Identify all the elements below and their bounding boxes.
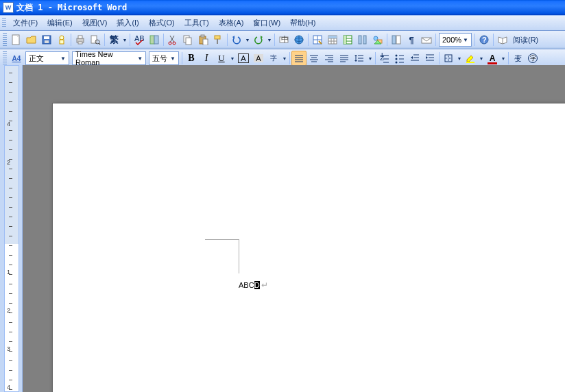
separator [274,34,275,46]
menubar-handle[interactable] [2,18,6,28]
show-marks-button[interactable]: ¶ [404,32,419,47]
char-border-button[interactable]: A [236,51,251,66]
format-painter-button[interactable] [211,32,226,47]
char-shading-button[interactable]: A [251,51,266,66]
align-justify-both-button[interactable] [291,51,306,66]
align-right-button[interactable] [322,51,337,66]
menu-table[interactable]: 表格(A) [214,16,249,30]
undo-dropdown[interactable]: ▼ [244,32,251,47]
menu-insert[interactable]: 插入(I) [112,16,143,30]
zoom-combo[interactable]: 200%▼ [439,33,472,47]
font-size-combo[interactable]: 五号▼ [149,51,179,65]
doc-map-button[interactable] [389,32,404,47]
save-button[interactable] [39,32,54,47]
bullets-button[interactable] [392,51,407,66]
insert-worksheet-button[interactable] [340,32,355,47]
align-distributed-button[interactable] [337,51,352,66]
bold-button[interactable]: B [184,51,199,66]
character-scaling-button[interactable]: 字 [266,51,281,66]
toolbar-handle[interactable] [3,33,7,47]
spellcheck-button[interactable]: ABC [132,32,147,47]
print-button[interactable] [73,32,88,47]
menu-view[interactable]: 视图(V) [77,16,112,30]
svg-rect-5 [60,40,64,44]
svg-rect-8 [78,42,82,44]
ime-button[interactable]: 中 [276,32,291,47]
open-button[interactable] [24,32,39,47]
separator [387,34,387,46]
research-button[interactable] [147,32,162,47]
svg-rect-37 [328,36,337,38]
font-combo[interactable]: Times New Roman▼ [72,51,146,65]
help-button[interactable]: ? [477,32,492,47]
char-scaling-dropdown[interactable]: ▼ [281,51,288,66]
toolbar-handle[interactable] [3,51,7,65]
separator [182,52,182,64]
ruler-margin-top [5,66,19,244]
underline-button[interactable]: U [214,51,229,66]
styles-pane-button[interactable]: A4 [9,51,24,66]
hyperlink-button[interactable] [291,32,306,47]
page[interactable]: ABCD↵ [52,103,565,392]
text-unselected[interactable]: ABC [239,281,254,289]
read-icon[interactable] [495,32,510,47]
style-value: 正文 [29,53,44,64]
document-text[interactable]: ABCD↵ [239,280,268,290]
paste-button[interactable] [195,32,211,47]
font-color-dropdown[interactable]: ▼ [500,51,507,66]
chevron-down-icon: ▼ [136,56,144,62]
print-preview-button[interactable] [88,32,103,47]
phonetic-guide-button[interactable]: 变 [510,51,525,66]
copy-button[interactable] [180,32,195,47]
chevron-down-icon: ▼ [59,56,67,62]
cut-button[interactable] [165,32,180,47]
menu-edit[interactable]: 编辑(E) [43,16,77,30]
underline-dropdown[interactable]: ▼ [229,51,236,66]
align-center-button[interactable] [306,51,322,66]
vertical-ruler[interactable]: 4212345 [4,65,19,392]
separator [474,34,475,46]
menu-format[interactable]: 格式(O) [144,16,180,30]
new-button[interactable] [9,32,24,47]
svg-rect-18 [186,38,191,45]
menu-window[interactable]: 窗口(W) [248,16,285,30]
permission-button[interactable] [54,32,69,47]
decrease-indent-button[interactable] [407,51,422,66]
highlight-button[interactable] [463,51,478,66]
envelope-button[interactable] [419,32,434,47]
standard-toolbar: 繁 ▼ ABC ▼ ▼ 中 ¶ 200%▼ ? 阅读(R) [0,31,565,49]
font-color-button[interactable]: A [485,51,500,66]
highlight-dropdown[interactable]: ▼ [478,51,485,66]
borders-button[interactable] [441,51,456,66]
enclose-char-button[interactable]: 字 [525,51,540,66]
svg-text:ABC: ABC [134,34,145,42]
insert-table-button[interactable] [325,32,340,47]
separator [375,52,376,64]
numbering-button[interactable]: 12 [377,51,392,66]
line-spacing-button[interactable] [352,51,367,66]
svg-point-80 [396,62,398,64]
menu-bar: 文件(F) 编辑(E) 视图(V) 插入(I) 格式(O) 工具(T) 表格(A… [0,15,565,31]
columns-button[interactable] [355,32,370,47]
line-spacing-dropdown[interactable]: ▼ [367,51,374,66]
svg-rect-23 [217,39,218,44]
tc-convert-button[interactable]: 繁 [106,32,121,47]
text-selected[interactable]: D [254,281,260,289]
drawing-button[interactable] [370,32,385,47]
read-button[interactable]: 阅读(R) [510,35,541,45]
menu-tools[interactable]: 工具(T) [180,16,214,30]
tc-dropdown[interactable]: ▼ [121,32,128,47]
word-app-icon: W [3,2,14,13]
menu-file[interactable]: 文件(F) [8,16,43,30]
redo-button[interactable] [251,32,266,47]
redo-dropdown[interactable]: ▼ [266,32,273,47]
document-viewport[interactable]: ABCD↵ [23,65,565,392]
zoom-value: 200% [442,36,461,44]
italic-button[interactable]: I [199,51,214,66]
undo-button[interactable] [229,32,244,47]
borders-dropdown[interactable]: ▼ [456,51,463,66]
tables-borders-button[interactable] [310,32,325,47]
increase-indent-button[interactable] [422,51,437,66]
menu-help[interactable]: 帮助(H) [285,16,320,30]
style-combo[interactable]: 正文▼ [25,51,69,65]
